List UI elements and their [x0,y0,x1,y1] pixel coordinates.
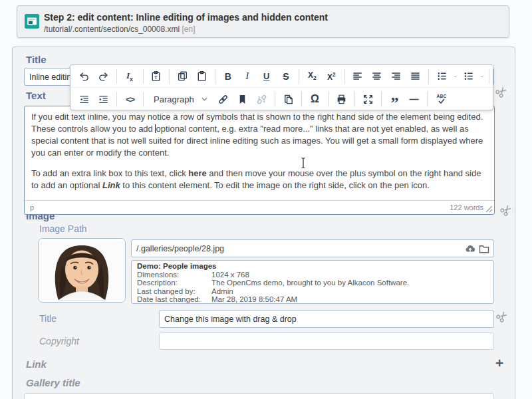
info-value: Mar 28, 2019 8:50:47 AM [211,295,297,303]
editor-header: Step 2: edit content: Inline editing of … [17,5,509,38]
resize-grip[interactable] [485,205,493,213]
copyright-label: Copyright [39,336,79,346]
paragraph-format-chevron [201,97,207,101]
outdent-button[interactable] [75,90,93,108]
resource-locale: [en] [182,25,195,34]
bullet-list-button[interactable] [460,67,477,86]
underline-button[interactable]: U [257,67,275,86]
content-type-icon [25,14,39,29]
paste-as-text-button[interactable]: T [147,67,165,86]
gallery-title-label: Gallery title [26,377,80,388]
paragraph-format-select[interactable]: Paragraph [148,90,212,108]
toolbar-row-1: Ix T [70,65,493,88]
resource-path: /tutorial/.content/section/cs_00008.xml … [44,25,195,34]
info-value: Admin [211,287,233,295]
paragraph-2: To add an extra link box to this text, c… [31,168,487,192]
align-justify-button[interactable] [406,67,424,86]
image-thumbnail[interactable] [38,238,126,303]
copy-icon [177,70,188,82]
align-right-button[interactable] [387,67,405,86]
bullet-list-icon [463,70,474,82]
image-info-row: Last changed by:Admin [137,287,488,296]
numbered-list-options-chevron[interactable] [454,74,457,78]
source-code-button[interactable]: <> [121,90,139,108]
scissors-icon [493,83,509,100]
remove-format-button[interactable]: Ix [121,67,139,86]
paste-icon [196,70,207,82]
superscript-button[interactable]: X2 [323,67,340,86]
print-button[interactable] [332,90,350,108]
copyright-input[interactable] [159,332,494,350]
text-remove-value-button[interactable] [493,83,509,100]
image-title-label: Title [39,313,57,324]
toolbar-separator [143,69,144,84]
fullscreen-button[interactable] [359,90,377,108]
copy-button[interactable] [174,67,192,86]
toolbar-separator [427,92,428,106]
horizontal-rule-button[interactable]: — [405,90,423,108]
insert-link-button[interactable] [214,90,232,108]
superscript-base: X [327,72,332,82]
toolbar-separator [301,92,302,106]
align-left-icon [352,70,363,82]
toolbar-separator [116,92,117,106]
indent-button[interactable] [94,90,112,108]
toolbar-separator [169,69,170,84]
toolbar-separator [116,69,117,84]
align-center-button[interactable] [368,67,386,86]
toolbar-separator [344,69,345,84]
unlink-button[interactable] [253,90,271,108]
align-left-button[interactable] [348,67,366,86]
anchor-button[interactable] [233,90,251,108]
align-right-icon [390,70,402,82]
paste-button[interactable] [193,67,211,86]
insert-template-button[interactable] [279,90,297,108]
image-info-row: Description:The OpenCms demo, brought to… [137,279,488,287]
toolbar-separator [489,69,489,84]
image-path-label: Image Path [39,223,87,234]
image-title-input[interactable] [159,310,494,328]
numbered-list-button[interactable] [433,67,451,86]
toolbar-separator [275,92,275,106]
toolbar-row-2: <> Paragraph [70,88,493,110]
subscript-small: 2 [313,75,317,82]
align-justify-icon [410,70,421,82]
image-info-row: Dimensions:1024 x 768 [137,271,488,279]
redo-icon [98,70,109,82]
image-title-remove-value-button[interactable] [493,308,510,325]
bullet-list-options-chevron[interactable] [480,74,483,78]
p2-bold-italic-link: Link [102,180,120,190]
add-link-button[interactable]: + [495,357,503,369]
toolbar-separator [354,92,355,106]
spellcheck-button[interactable]: ABC [432,90,452,108]
info-label: Dimensions: [137,271,211,279]
fullscreen-icon [362,94,374,105]
paragraph-1: If you edit text inline, you may notice … [31,111,487,159]
italic-button[interactable]: I [238,67,256,86]
special-character-button[interactable]: Ω [306,90,324,108]
paste-text-letter: T [154,75,158,80]
bold-button[interactable]: B [219,67,237,86]
upload-icon[interactable] [464,243,476,255]
image-path-input[interactable]: /.galleries/people/28.jpg [136,244,462,253]
image-remove-value-button[interactable] [497,201,514,218]
gallery-folder-icon[interactable] [478,243,490,255]
text-editor: If you edit text inline, you may notice … [24,106,495,215]
richtext-content[interactable]: If you edit text inline, you may notice … [25,106,494,200]
text-field-label: Text [26,90,46,101]
strikethrough-button[interactable]: S [277,67,295,86]
toolbar-separator [428,69,429,84]
bookmark-icon [237,94,248,105]
subscript-button[interactable]: X2 [303,67,321,86]
image-info-title: Demo: People images [137,262,488,271]
paragraph-format-value: Paragraph [154,94,194,104]
blockquote-button[interactable]: ” [386,90,404,108]
redo-button[interactable] [94,67,112,86]
print-icon [336,94,347,105]
toolbar-separator [143,92,144,106]
undo-button[interactable] [75,67,93,86]
gallery-title-input[interactable] [24,393,494,399]
info-value: 1024 x 768 [211,271,249,279]
toolbar-separator [215,69,215,84]
align-center-icon [371,70,382,82]
